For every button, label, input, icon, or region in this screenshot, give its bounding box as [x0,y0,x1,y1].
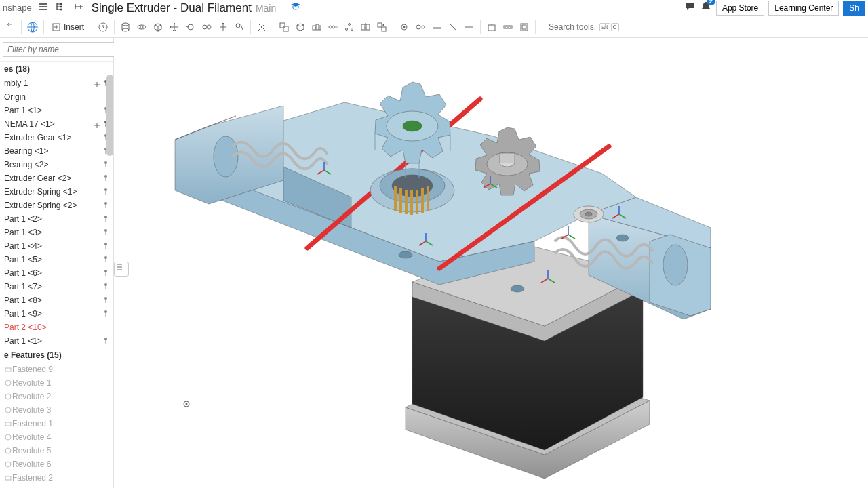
fix-icon[interactable] [93,120,101,128]
tree-item-label: NEMA 17 <1> [4,119,55,129]
tree-item[interactable]: Part 1 <4> [0,239,113,253]
svg-point-22 [346,28,348,30]
circular-pattern-icon[interactable] [342,20,357,35]
svg-point-51 [104,297,107,300]
tree-item[interactable]: Part 1 <1> [0,334,113,348]
screw-icon[interactable] [446,20,460,35]
mate-features-section[interactable]: e Features (15) [0,348,113,363]
axis-icon[interactable] [216,20,231,35]
comment-icon[interactable] [684,1,696,15]
globe-icon[interactable] [25,20,40,35]
tree-item[interactable]: Origin [0,90,113,104]
app-store-button[interactable]: App Store [716,1,764,16]
menu-icon[interactable] [37,1,48,14]
graphics-viewport[interactable] [114,38,868,488]
mate-item[interactable]: Revolute 5 [0,444,113,458]
snap-icon[interactable] [254,20,269,35]
measure-icon[interactable] [500,20,515,35]
mate-icon[interactable] [102,337,109,345]
transform-icon[interactable] [199,20,214,35]
tree-item[interactable]: Part 1 <2> [0,212,113,226]
gear-relation-icon[interactable] [413,20,428,35]
mate-item[interactable]: Fastened 2 [0,471,113,485]
bearing-right[interactable] [574,206,604,222]
tree-item-label: Part 1 <3> [4,228,42,237]
tree-item[interactable]: Part 1 <7> [0,280,113,293]
tree-item[interactable]: Bearing <2> [0,158,113,171]
mirror-icon[interactable] [358,20,373,35]
tree-item[interactable]: mbly 1 [0,77,113,90]
learning-center-button[interactable]: Learning Center [768,1,839,16]
mate-icon[interactable] [102,256,109,264]
tree-item[interactable]: Part 1 <9> [0,307,113,321]
mate-icon[interactable] [102,188,109,196]
mate-icon[interactable] [102,215,109,223]
svg-point-31 [422,26,425,28]
tree-item[interactable]: Extruder Spring <2> [0,199,113,212]
linear-pattern-icon[interactable] [326,20,340,35]
box-icon[interactable] [151,20,165,35]
feature-tree[interactable]: es (18) mbly 1OriginPart 1 <1>NEMA 17 <1… [0,62,113,488]
tree-item[interactable]: Extruder Gear <1> [0,131,113,144]
mate-icon[interactable] [102,161,109,169]
mate-item[interactable]: Revolute 3 [0,403,113,417]
mate-item[interactable]: Revolute 1 [0,376,113,390]
tree-item[interactable]: Part 1 <6> [0,266,113,280]
brand-logo[interactable]: nshape [3,3,32,13]
mate-icon[interactable] [102,310,109,318]
mate-icon[interactable] [102,283,109,291]
undo-icon[interactable] [3,20,18,35]
mate-item[interactable]: Fastened 1 [0,417,113,430]
mate-item[interactable]: Revolute 6 [0,458,113,471]
add-icon[interactable] [73,1,83,14]
search-tools[interactable]: alt C [545,21,619,33]
move-icon[interactable] [167,20,182,35]
cylinder-icon[interactable] [118,20,133,35]
tree-item[interactable]: Part 1 <8> [0,293,113,307]
replicate-icon[interactable] [293,20,308,35]
instances-section[interactable]: es (18) [0,62,113,77]
mate-item[interactable]: Revolute 4 [0,430,113,444]
pattern-icon[interactable] [309,20,324,35]
group-icon[interactable] [277,20,292,35]
mate-item[interactable]: Fastened 9 [0,363,113,376]
tree-item[interactable]: Extruder Gear <2> [0,171,113,185]
tree-item[interactable]: Part 1 <3> [0,226,113,239]
tangent-icon[interactable] [232,20,247,35]
mate-icon[interactable] [102,228,109,237]
collapse-tree-icon[interactable] [114,262,129,277]
filter-input[interactable] [3,42,115,57]
doc-title[interactable]: Single Extruder - Dual Filament [92,1,252,15]
mate-icon[interactable] [102,201,109,209]
tree-item[interactable]: Part 2 <10> [0,321,113,334]
mate-icon[interactable] [102,242,109,250]
fix-icon[interactable] [93,79,101,87]
insert-button[interactable]: Insert [47,22,88,32]
mate-icon[interactable] [102,269,109,277]
rack-icon[interactable] [429,20,444,35]
mate-icon[interactable] [102,174,109,182]
tree-icon[interactable] [55,1,66,14]
tree-item[interactable]: Bearing <1> [0,144,113,158]
rotate-icon[interactable] [183,20,198,35]
replace-icon[interactable] [374,20,389,35]
svg-point-53 [104,338,107,340]
tree-item[interactable]: Part 1 <5> [0,253,113,266]
doc-branch[interactable]: Main [256,3,276,14]
mate-icon[interactable] [102,296,109,304]
tree-item[interactable]: Extruder Spring <1> [0,185,113,199]
education-icon[interactable] [290,1,302,15]
search-input[interactable] [545,21,599,33]
share-button[interactable]: Sh [843,1,865,16]
display-mass-icon[interactable] [484,20,499,35]
mate-item[interactable]: Revolute 2 [0,390,113,403]
notification-bell-icon[interactable]: 2 [700,1,712,15]
scrollbar-thumb[interactable] [106,75,113,156]
linear-icon[interactable] [462,20,477,35]
tree-item[interactable]: NEMA 17 <1> [0,117,113,131]
named-views-icon[interactable] [517,20,532,35]
revolute-icon[interactable] [134,20,149,35]
clock-mate-icon[interactable] [96,20,111,35]
gear-icon[interactable] [397,20,412,35]
tree-item[interactable]: Part 1 <1> [0,104,113,117]
